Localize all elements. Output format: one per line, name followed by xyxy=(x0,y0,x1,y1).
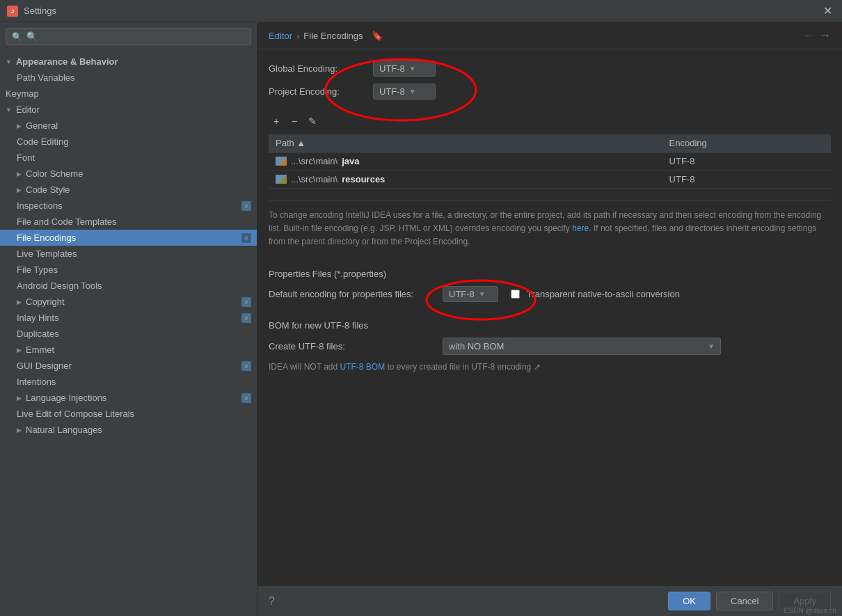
sidebar-item-natural-languages[interactable]: ▶ Natural Languages xyxy=(0,422,257,438)
sidebar-item-duplicates[interactable]: Duplicates xyxy=(0,326,257,342)
dropdown-arrow-icon: ▼ xyxy=(409,88,416,95)
sidebar-tree: ▼ Appearance & Behavior Path Variables K… xyxy=(0,51,257,616)
bookmark-icon: 🔖 xyxy=(372,31,383,41)
expand-arrow: ▼ xyxy=(6,58,12,65)
language-injections-badge: ≡ xyxy=(241,393,251,403)
inspections-badge: ≡ xyxy=(241,201,251,211)
project-encoding-value: UTF-8 xyxy=(379,86,405,97)
sidebar-item-file-types[interactable]: File Types xyxy=(0,262,257,278)
search-icon: 🔍 xyxy=(12,32,22,42)
create-utf8-row: Create UTF-8 files: with NO BOM ▼ xyxy=(269,338,831,355)
sidebar-item-editor[interactable]: ▼ Editor xyxy=(0,102,257,118)
back-button[interactable]: ← xyxy=(803,29,814,42)
right-panel: Editor › File Encodings 🔖 ← → Global Enc… xyxy=(257,22,842,616)
sidebar-item-android-design-tools[interactable]: Android Design Tools xyxy=(0,278,257,294)
bom-section: BOM for new UTF-8 files Create UTF-8 fil… xyxy=(269,320,831,372)
sidebar-item-font[interactable]: Font xyxy=(0,150,257,166)
expand-arrow: ▶ xyxy=(17,187,22,194)
col-path[interactable]: Path ▲ xyxy=(269,134,662,152)
edit-button[interactable]: ✎ xyxy=(305,113,320,129)
help-button[interactable]: ? xyxy=(269,595,275,608)
default-encoding-value: UTF-8 xyxy=(449,289,475,299)
sidebar-item-code-style[interactable]: ▶ Code Style xyxy=(0,182,257,198)
sidebar-item-label: Android Design Tools xyxy=(17,281,102,291)
sidebar-item-label: Font xyxy=(17,152,35,163)
sidebar-item-inspections[interactable]: Inspections ≡ xyxy=(0,198,257,214)
app-icon: J xyxy=(7,6,18,17)
sidebar-item-code-editing[interactable]: Code Editing xyxy=(0,134,257,150)
bom-link[interactable]: UTF-8 BOM xyxy=(340,362,385,372)
project-encoding-label: Project Encoding: xyxy=(269,86,366,97)
sidebar-item-inlay-hints[interactable]: Inlay Hints ≡ xyxy=(0,310,257,326)
sidebar-item-label: GUI Designer xyxy=(17,361,72,371)
sidebar-item-label: Live Templates xyxy=(17,248,77,259)
breadcrumb-parent[interactable]: Editor xyxy=(269,31,292,41)
search-box[interactable]: 🔍 xyxy=(6,28,251,45)
sidebar-item-file-code-templates[interactable]: File and Code Templates xyxy=(0,214,257,230)
sidebar-item-label: Inlay Hints xyxy=(17,313,59,323)
sidebar-item-emmet[interactable]: ▶ Emmet xyxy=(0,342,257,358)
sidebar-item-language-injections[interactable]: ▶ Language Injections ≡ xyxy=(0,390,257,406)
sidebar-item-label: Live Edit of Compose Literals xyxy=(17,409,134,419)
expand-arrow: ▶ xyxy=(17,123,22,129)
sidebar-item-label: Appearance & Behavior xyxy=(16,56,118,67)
sidebar-item-label: Inspections xyxy=(17,200,63,211)
sidebar-item-gui-designer[interactable]: GUI Designer ≡ xyxy=(0,358,257,374)
breadcrumb-separator: › xyxy=(296,31,299,41)
title-bar: J Settings ✕ xyxy=(0,0,842,22)
sidebar-item-live-templates[interactable]: Live Templates xyxy=(0,246,257,262)
expand-arrow: ▶ xyxy=(17,395,22,402)
global-encoding-row: Global Encoding: UTF-8 ▼ xyxy=(269,61,436,77)
remove-button[interactable]: − xyxy=(287,113,302,129)
expand-arrow: ▶ xyxy=(17,427,22,434)
sidebar-item-label: Language Injections xyxy=(26,393,106,403)
sidebar-item-label: Copyright xyxy=(26,297,65,307)
sidebar-item-label: File and Code Templates xyxy=(17,216,117,227)
dropdown-arrow-icon: ▼ xyxy=(479,290,486,298)
cancel-button[interactable]: Cancel xyxy=(716,592,773,610)
ok-button[interactable]: OK xyxy=(668,592,710,610)
default-encoding-select[interactable]: UTF-8 ▼ xyxy=(443,286,498,302)
table-cell-path: ...\src\main\java xyxy=(269,152,662,171)
sidebar-item-intentions[interactable]: Intentions xyxy=(0,374,257,390)
sidebar-item-label: Path Variables xyxy=(17,72,75,83)
sidebar-item-appearance[interactable]: ▼ Appearance & Behavior xyxy=(0,54,257,70)
breadcrumb-current: File Encodings xyxy=(303,31,363,41)
forward-button[interactable]: → xyxy=(820,29,831,42)
sidebar-item-label: Intentions xyxy=(17,377,56,387)
project-encoding-select[interactable]: UTF-8 ▼ xyxy=(373,84,436,100)
transparent-conversion-checkbox[interactable] xyxy=(511,290,520,299)
inlay-hints-badge: ≡ xyxy=(241,313,251,323)
table-row[interactable]: ...\src\main\java UTF-8 xyxy=(269,152,831,171)
sidebar-item-file-encodings[interactable]: File Encodings ≡ xyxy=(0,230,257,246)
dropdown-arrow-icon: ▼ xyxy=(708,342,715,350)
info-link[interactable]: here xyxy=(572,223,589,233)
copyright-badge: ≡ xyxy=(241,297,251,307)
add-button[interactable]: + xyxy=(269,113,284,129)
folder-resources-icon xyxy=(276,175,287,184)
table-row[interactable]: ...\src\main\resources UTF-8 xyxy=(269,171,831,189)
dropdown-arrow-icon: ▼ xyxy=(409,65,416,72)
col-encoding[interactable]: Encoding xyxy=(662,134,831,152)
bom-title: BOM for new UTF-8 files xyxy=(269,320,831,331)
sidebar-item-path-variables[interactable]: Path Variables xyxy=(0,70,257,86)
global-encoding-value: UTF-8 xyxy=(379,63,405,74)
global-encoding-label: Global Encoding: xyxy=(269,63,366,74)
sidebar-item-general[interactable]: ▶ General xyxy=(0,118,257,134)
sidebar-item-label: File Encodings xyxy=(17,232,76,243)
close-button[interactable]: ✕ xyxy=(820,4,835,17)
sidebar-item-live-edit-compose[interactable]: Live Edit of Compose Literals xyxy=(0,406,257,422)
sidebar-item-color-scheme[interactable]: ▶ Color Scheme xyxy=(0,166,257,182)
sidebar-item-label: Natural Languages xyxy=(26,425,102,435)
sidebar-item-label: Code Style xyxy=(26,184,70,195)
sidebar-item-keymap[interactable]: Keymap xyxy=(0,86,257,102)
project-encoding-row: Project Encoding: UTF-8 ▼ xyxy=(269,84,436,100)
sidebar-item-copyright[interactable]: ▶ Copyright ≡ xyxy=(0,294,257,310)
search-input[interactable] xyxy=(26,31,245,42)
gui-designer-badge: ≡ xyxy=(241,361,251,371)
global-encoding-select[interactable]: UTF-8 ▼ xyxy=(373,61,436,77)
create-utf8-select[interactable]: with NO BOM ▼ xyxy=(443,338,721,355)
bottom-bar: ? OK Cancel Apply xyxy=(257,585,842,616)
sidebar-item-label: Emmet xyxy=(26,345,54,355)
svg-text:J: J xyxy=(11,8,14,15)
